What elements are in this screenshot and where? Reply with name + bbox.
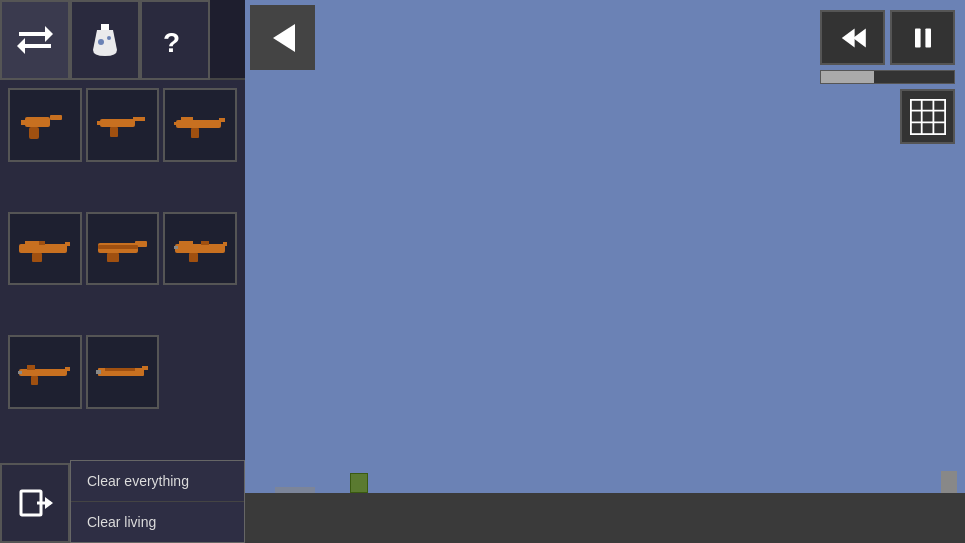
ground-item — [275, 487, 315, 493]
svg-rect-35 — [174, 246, 178, 249]
clear-everything-button[interactable]: Clear everything — [71, 461, 244, 502]
svg-text:?: ? — [163, 27, 180, 58]
svg-rect-9 — [50, 115, 62, 120]
svg-rect-15 — [97, 121, 103, 125]
weapon-cell-smg[interactable] — [86, 88, 160, 162]
weapon-cell-sniper[interactable] — [8, 335, 82, 409]
svg-rect-39 — [31, 376, 38, 385]
svg-marker-48 — [273, 24, 295, 52]
svg-rect-23 — [32, 253, 42, 262]
svg-rect-51 — [915, 28, 921, 47]
weapon-cell-assault-rifle[interactable] — [163, 88, 237, 162]
svg-rect-33 — [179, 241, 193, 245]
svg-rect-38 — [27, 365, 35, 370]
bottom-bar: Clear everything Clear living — [0, 463, 245, 543]
svg-rect-37 — [65, 367, 70, 371]
top-right-controls — [820, 10, 955, 144]
playback-controls-row — [820, 10, 955, 65]
toolbar-row: ? — [0, 0, 245, 80]
game-character — [350, 473, 368, 493]
svg-rect-44 — [105, 368, 135, 371]
svg-rect-21 — [19, 244, 67, 253]
far-figure — [941, 471, 957, 493]
svg-rect-30 — [175, 244, 225, 253]
potion-button[interactable] — [70, 0, 140, 80]
weapon-cell-mini-gun[interactable] — [86, 335, 160, 409]
svg-rect-16 — [176, 120, 221, 128]
weapon-cell-shotgun[interactable] — [86, 212, 160, 286]
weapon-cell-heavy-rifle[interactable] — [163, 212, 237, 286]
svg-rect-4 — [101, 24, 109, 30]
clear-living-button[interactable]: Clear living — [71, 502, 244, 542]
back-button[interactable] — [250, 5, 315, 70]
svg-rect-24 — [25, 241, 40, 245]
svg-marker-49 — [853, 28, 866, 47]
svg-rect-29 — [107, 253, 119, 262]
svg-rect-11 — [21, 120, 29, 125]
svg-rect-10 — [29, 127, 39, 139]
svg-marker-1 — [45, 26, 53, 42]
weapon-cell-machine-gun[interactable] — [8, 212, 82, 286]
context-menu: Clear everything Clear living — [70, 460, 245, 543]
svg-rect-17 — [219, 118, 225, 122]
progress-bar-fill — [821, 71, 874, 83]
svg-rect-14 — [110, 127, 118, 137]
svg-point-5 — [98, 39, 104, 45]
exit-button[interactable] — [0, 463, 70, 543]
svg-rect-42 — [142, 366, 148, 370]
swap-button[interactable] — [0, 0, 70, 80]
weapon-cell-pistol[interactable] — [8, 88, 82, 162]
help-button[interactable]: ? — [140, 0, 210, 80]
svg-marker-3 — [17, 38, 25, 54]
weapon-grid — [0, 80, 245, 463]
svg-rect-18 — [191, 128, 199, 138]
svg-rect-32 — [189, 253, 198, 262]
svg-rect-28 — [98, 245, 138, 249]
svg-rect-57 — [910, 99, 944, 133]
svg-marker-50 — [841, 28, 854, 47]
svg-rect-52 — [925, 28, 931, 47]
svg-rect-13 — [133, 117, 145, 121]
svg-rect-31 — [223, 242, 227, 246]
svg-rect-22 — [65, 242, 70, 246]
svg-marker-47 — [45, 497, 53, 509]
svg-rect-25 — [39, 241, 45, 245]
progress-bar-container[interactable] — [820, 70, 955, 84]
svg-rect-20 — [174, 122, 179, 125]
svg-rect-40 — [18, 371, 22, 374]
grid-toggle-button[interactable] — [900, 89, 955, 144]
svg-rect-19 — [181, 117, 193, 121]
svg-rect-43 — [96, 370, 101, 374]
svg-rect-12 — [100, 119, 135, 127]
svg-rect-36 — [19, 369, 67, 376]
svg-rect-34 — [201, 241, 209, 245]
main-container: ? — [0, 0, 965, 543]
rewind-button[interactable] — [820, 10, 885, 65]
ground — [245, 493, 965, 543]
game-area — [245, 0, 965, 543]
sidebar: ? — [0, 0, 245, 543]
pause-button[interactable] — [890, 10, 955, 65]
svg-point-6 — [107, 36, 111, 40]
